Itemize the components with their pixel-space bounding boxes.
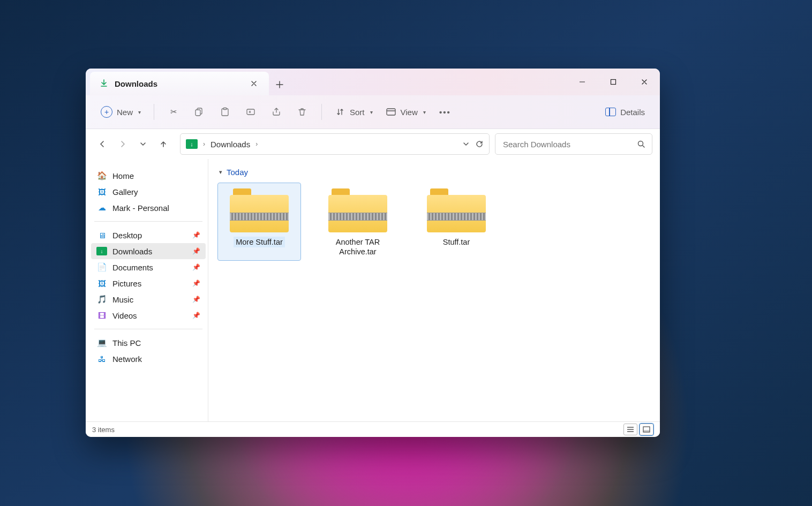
up-button[interactable]	[154, 135, 172, 153]
new-button-label: New	[117, 108, 133, 117]
home-icon: 🏠	[96, 170, 107, 181]
address-history-button[interactable]	[462, 140, 470, 148]
tab-close-button[interactable]	[247, 77, 260, 90]
sidebar-item-label: Documents	[112, 263, 153, 272]
details-label: Details	[620, 108, 645, 117]
ellipsis-icon: •••	[440, 107, 450, 117]
titlebar: Downloads	[86, 69, 660, 95]
share-icon	[271, 107, 282, 117]
breadcrumb-separator-icon: ›	[255, 140, 258, 148]
copy-button[interactable]	[187, 103, 211, 120]
search-box[interactable]	[495, 133, 652, 155]
downloads-folder-icon: ↓	[186, 139, 198, 149]
nav-buttons	[93, 135, 172, 153]
plus-circle-icon: +	[101, 106, 112, 118]
chevron-down-icon: ▾	[219, 169, 222, 176]
details-view-button[interactable]	[623, 424, 637, 435]
icons-view-button[interactable]	[640, 424, 653, 435]
toolbar-separator	[321, 104, 322, 120]
share-button[interactable]	[265, 103, 288, 120]
recent-locations-button[interactable]	[134, 135, 152, 153]
file-item[interactable]: More Stuff.tar	[218, 183, 300, 260]
chevron-down-icon: ▾	[370, 109, 373, 115]
file-name: Another TAR Archive.tar	[319, 237, 397, 257]
file-item[interactable]: Another TAR Archive.tar	[317, 183, 399, 260]
desktop-icon: 🖥	[96, 230, 107, 240]
trash-icon	[297, 107, 307, 117]
address-row: ↓ › Downloads ›	[86, 129, 660, 159]
refresh-button[interactable]	[475, 140, 484, 148]
view-button[interactable]: View ▾	[380, 103, 431, 120]
svg-rect-9	[643, 430, 650, 432]
svg-rect-2	[196, 110, 200, 116]
toolbar-separator	[154, 104, 154, 120]
close-button[interactable]	[629, 69, 660, 95]
svg-rect-4	[223, 108, 227, 110]
new-button[interactable]: + New ▾	[95, 103, 146, 121]
search-icon	[637, 140, 645, 148]
forward-button[interactable]	[114, 135, 132, 153]
toolbar: + New ▾ ✂ Sort ▾ View ▾ ••• Details	[86, 95, 660, 129]
delete-button[interactable]	[290, 103, 314, 120]
svg-rect-5	[247, 109, 254, 115]
sidebar-item-label: Music	[112, 295, 133, 304]
sidebar-item-documents[interactable]: 📄 Documents 📌	[91, 259, 206, 275]
pin-icon: 📌	[192, 280, 200, 287]
sidebar-item-onedrive[interactable]: ☁ Mark - Personal	[91, 200, 206, 216]
sidebar-item-pictures[interactable]: 🖼 Pictures 📌	[91, 275, 206, 291]
cut-button[interactable]: ✂	[162, 103, 185, 120]
search-input[interactable]	[502, 139, 637, 149]
sidebar-item-this-pc[interactable]: 💻 This PC	[91, 335, 206, 351]
svg-rect-6	[387, 109, 395, 115]
more-button[interactable]: •••	[433, 103, 457, 120]
address-bar[interactable]: ↓ › Downloads ›	[180, 133, 490, 155]
sidebar-item-downloads[interactable]: ↓ Downloads 📌	[91, 243, 206, 259]
file-name: Stuff.tar	[441, 237, 472, 247]
sidebar-item-label: Home	[112, 171, 134, 180]
paste-button[interactable]	[213, 103, 237, 120]
pc-icon: 💻	[96, 337, 107, 348]
maximize-button[interactable]	[598, 69, 629, 95]
explorer-body: 🏠 Home 🖼 Gallery ☁ Mark - Personal 🖥 Des…	[86, 159, 660, 421]
new-tab-button[interactable]	[269, 74, 290, 95]
download-icon	[100, 79, 108, 88]
videos-icon: 🎞	[96, 310, 107, 321]
content-area[interactable]: ▾ Today More Stuff.tar Another TAR Archi…	[208, 159, 660, 421]
sidebar-item-videos[interactable]: 🎞 Videos 📌	[91, 307, 206, 323]
gallery-icon: 🖼	[96, 186, 107, 197]
download-icon: ↓	[96, 246, 107, 256]
copy-icon	[194, 107, 205, 117]
status-item-count: 3 items	[92, 426, 115, 434]
scissors-icon: ✂	[168, 107, 179, 117]
tab-title: Downloads	[115, 79, 157, 88]
tab-downloads[interactable]: Downloads	[90, 72, 269, 95]
chevron-down-icon: ▾	[138, 109, 141, 115]
sort-button[interactable]: Sort ▾	[329, 103, 378, 120]
group-header-today[interactable]: ▾ Today	[219, 168, 650, 177]
minimize-button[interactable]	[567, 69, 598, 95]
breadcrumb-separator-icon: ›	[203, 140, 205, 148]
pin-icon: 📌	[192, 263, 200, 271]
svg-point-7	[638, 141, 643, 146]
back-button[interactable]	[93, 135, 111, 153]
sidebar-divider	[94, 329, 202, 329]
pin-icon: 📌	[192, 247, 200, 255]
sort-label: Sort	[350, 108, 365, 117]
pin-icon: 📌	[192, 312, 200, 319]
group-label: Today	[227, 168, 248, 177]
details-pane-button[interactable]: Details	[600, 104, 650, 120]
pin-icon: 📌	[192, 296, 200, 303]
sidebar-item-home[interactable]: 🏠 Home	[91, 168, 206, 184]
breadcrumb-location[interactable]: Downloads	[210, 140, 250, 149]
sidebar-item-gallery[interactable]: 🖼 Gallery	[91, 184, 206, 200]
navigation-pane: 🏠 Home 🖼 Gallery ☁ Mark - Personal 🖥 Des…	[86, 159, 208, 421]
file-item[interactable]: Stuff.tar	[415, 183, 498, 260]
sidebar-item-network[interactable]: 🖧 Network	[91, 351, 206, 367]
rename-button[interactable]	[239, 103, 262, 120]
sidebar-item-music[interactable]: 🎵 Music 📌	[91, 291, 206, 307]
clipboard-icon	[220, 107, 230, 117]
view-mode-toggle	[623, 424, 653, 435]
view-icon	[386, 107, 396, 117]
sidebar-item-desktop[interactable]: 🖥 Desktop 📌	[91, 227, 206, 243]
zip-archive-icon	[328, 187, 387, 232]
